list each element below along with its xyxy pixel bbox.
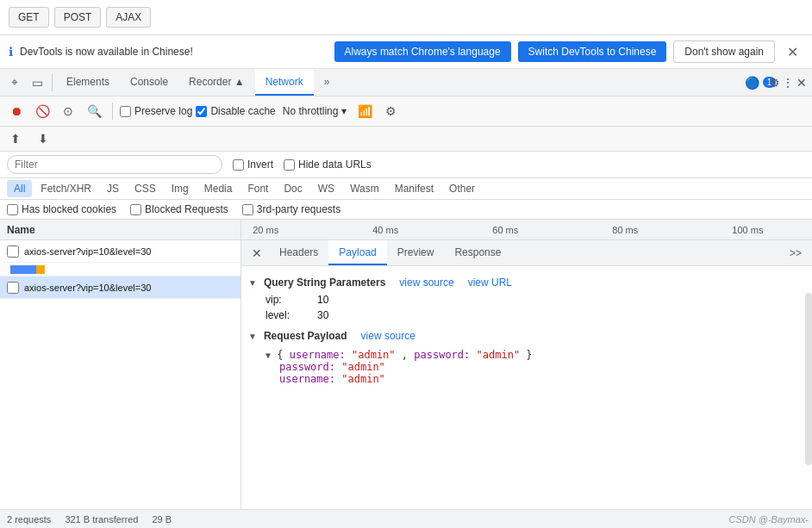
query-expand-arrow[interactable]: ▼ xyxy=(248,278,257,288)
info-icon: ℹ xyxy=(9,45,13,59)
param-row-vip: vip: 10 xyxy=(241,292,812,307)
more-tabs-icon[interactable]: >> xyxy=(783,247,809,259)
filter-icon-btn[interactable]: ⊙ xyxy=(57,100,79,122)
transferred-size: 321 B transferred xyxy=(65,514,138,525)
waterfall-column-header: 20 ms 40 ms 60 ms 80 ms 100 ms xyxy=(241,220,812,239)
top-bar: GET POST AJAX xyxy=(0,0,812,35)
filter-bar: Invert Hide data URLs xyxy=(0,152,812,178)
filter-type-ws[interactable]: WS xyxy=(311,180,341,197)
filter-type-js[interactable]: JS xyxy=(100,180,126,197)
hide-data-urls-checkbox[interactable] xyxy=(284,159,295,171)
tab-console[interactable]: Console xyxy=(120,69,178,96)
download-icon-btn[interactable]: ⬇ xyxy=(33,128,53,149)
more-options-icon[interactable]: ⋮ xyxy=(781,76,795,90)
preserve-log-label[interactable]: Preserve log xyxy=(120,105,192,117)
csdn-watermark: CSDN @-Baymax- xyxy=(729,514,809,525)
get-button[interactable]: GET xyxy=(9,7,49,28)
filter-type-media[interactable]: Media xyxy=(197,180,240,197)
json-username-val: "admin" xyxy=(352,349,396,361)
invert-label[interactable]: Invert xyxy=(233,158,273,171)
waterfall-bar-blue-1 xyxy=(10,265,36,274)
tab-headers[interactable]: Headers xyxy=(269,240,328,265)
filter-type-doc[interactable]: Doc xyxy=(277,180,309,197)
filter-type-fetch/xhr[interactable]: Fetch/XHR xyxy=(34,180,98,197)
disable-cache-label[interactable]: Disable cache xyxy=(196,105,275,117)
json-password-val-inline: "admin" xyxy=(477,349,521,361)
json-close-brace: } xyxy=(526,349,532,361)
tab-more[interactable]: » xyxy=(314,69,340,96)
filter-type-css[interactable]: CSS xyxy=(128,180,163,197)
hide-data-urls-label[interactable]: Hide data URLs xyxy=(284,158,372,171)
request-checkbox-2[interactable] xyxy=(7,282,19,294)
search-icon-btn[interactable]: 🔍 xyxy=(83,100,105,122)
tab-elements[interactable]: Elements xyxy=(56,69,120,96)
ajax-button[interactable]: AJAX xyxy=(106,7,151,28)
filter-type-all[interactable]: All xyxy=(7,180,32,197)
query-view-source-link[interactable]: view source xyxy=(399,276,453,289)
payload-section: ▼ Request Payload view source ▼ { userna… xyxy=(241,326,812,388)
disable-cache-checkbox[interactable] xyxy=(196,106,207,117)
badge-container: 🔵 1 xyxy=(753,76,767,90)
clear-button[interactable]: 🚫 xyxy=(31,100,53,122)
table-row[interactable]: axios-server?vip=10&level=30 xyxy=(0,240,240,263)
json-password-key: password: xyxy=(279,361,335,373)
blocked-requests-label[interactable]: Blocked Requests xyxy=(130,203,228,215)
switch-to-chinese-button[interactable]: Switch DevTools to Chinese xyxy=(518,41,667,62)
toolbar-sep-1 xyxy=(112,102,113,120)
tab-response[interactable]: Response xyxy=(444,240,511,265)
table-row[interactable]: axios-server?vip=10&level=30 xyxy=(0,276,240,299)
blocked-requests-checkbox[interactable] xyxy=(130,204,141,215)
preserve-log-checkbox[interactable] xyxy=(120,106,131,117)
devtools-tab-bar: ⌖ ▭ Elements Console Recorder ▲ Network … xyxy=(0,69,812,96)
filter-type-manifest[interactable]: Manifest xyxy=(388,180,440,197)
request-checkbox-1[interactable] xyxy=(7,245,19,258)
tab-payload[interactable]: Payload xyxy=(328,240,386,265)
invert-checkbox[interactable] xyxy=(233,159,244,171)
filter-input[interactable] xyxy=(7,155,222,174)
upload-icon-btn[interactable]: ⬆ xyxy=(5,128,26,149)
close-notification-button[interactable]: ✕ xyxy=(782,42,803,62)
timeline-label-80: 80 ms xyxy=(612,225,638,235)
settings-icon[interactable]: ⚙ xyxy=(767,76,781,90)
post-button[interactable]: POST xyxy=(54,7,102,28)
third-party-checkbox[interactable] xyxy=(242,204,253,215)
json-expand-arrow[interactable]: ▼ xyxy=(265,351,271,360)
tab-recorder[interactable]: Recorder ▲ xyxy=(178,69,255,96)
tab-preview[interactable]: Preview xyxy=(387,240,445,265)
wifi-icon[interactable]: 📶 xyxy=(353,100,376,122)
close-detail-button[interactable]: ✕ xyxy=(245,240,269,265)
network-settings-icon[interactable]: ⚙ xyxy=(379,100,402,122)
param-row-level: level: 30 xyxy=(241,307,812,323)
tab-network[interactable]: Network xyxy=(255,69,314,96)
query-params-section-header: ▼ Query String Parameters view source vi… xyxy=(241,273,812,292)
close-devtools-icon[interactable]: ✕ xyxy=(795,76,809,90)
json-open-brace: { xyxy=(277,349,283,361)
filter-type-wasm[interactable]: Wasm xyxy=(343,180,386,197)
device-icon[interactable]: ▭ xyxy=(26,71,48,94)
record-button[interactable]: ⏺ xyxy=(5,100,28,122)
waterfall-bar-orange-1 xyxy=(36,265,45,274)
cursor-icon[interactable]: ⌖ xyxy=(3,71,26,94)
status-bar: 2 requests 321 B transferred 29 B CSDN @… xyxy=(0,509,812,528)
has-blocked-cookies-label[interactable]: Has blocked cookies xyxy=(7,203,116,215)
filter-type-font[interactable]: Font xyxy=(240,180,275,197)
vip-key: vip: xyxy=(265,294,317,306)
third-party-label[interactable]: 3rd-party requests xyxy=(242,203,340,215)
payload-expand-arrow[interactable]: ▼ xyxy=(248,332,257,341)
third-party-text: 3rd-party requests xyxy=(257,203,340,215)
throttle-chevron-icon: ▾ xyxy=(341,105,347,117)
payload-view-source-link[interactable]: view source xyxy=(361,330,415,342)
throttle-select[interactable]: No throttling ▾ xyxy=(279,103,351,119)
filter-type-bar: AllFetch/XHRJSCSSImgMediaFontDocWSWasmMa… xyxy=(0,178,812,200)
query-view-url-link[interactable]: view URL xyxy=(468,276,512,289)
has-blocked-cookies-checkbox[interactable] xyxy=(7,204,18,215)
notification-badge: 🔵 xyxy=(745,76,759,90)
scrollbar[interactable] xyxy=(805,293,812,465)
dont-show-again-button[interactable]: Don't show again xyxy=(673,40,775,63)
filter-type-other[interactable]: Other xyxy=(442,180,482,197)
payload-section-header: ▼ Request Payload view source xyxy=(241,326,812,345)
json-password-val: "admin" xyxy=(341,361,385,373)
match-language-button[interactable]: Always match Chrome's language xyxy=(334,41,511,62)
payload-json: ▼ { username: "admin" , password: "admin… xyxy=(241,345,812,388)
filter-type-img[interactable]: Img xyxy=(165,180,196,197)
